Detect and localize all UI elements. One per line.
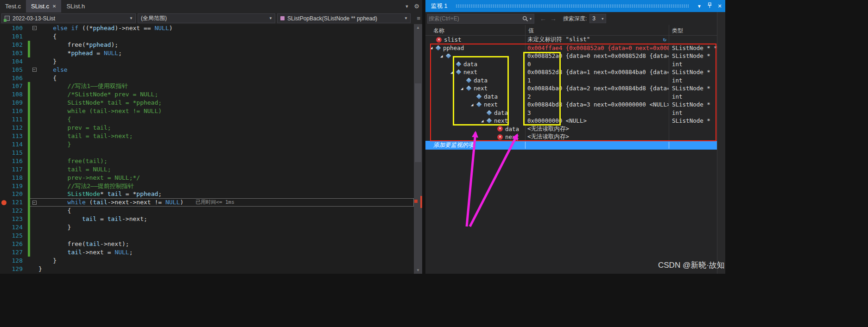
watch-row[interactable]: data2int	[425, 93, 717, 101]
code-line[interactable]: 128}	[0, 257, 414, 265]
code-line[interactable]: 120SListNode* tail = *pphead;	[0, 190, 414, 198]
code-line[interactable]: 118prev->next = NULL;*/	[0, 174, 414, 182]
line-number[interactable]: 119	[0, 182, 28, 190]
code-line[interactable]: 121−while (tail->next->next != NULL)已用时间…	[0, 198, 414, 207]
line-number[interactable]: 114	[0, 140, 28, 149]
open-files-dropdown-icon[interactable]: ▼	[405, 4, 409, 9]
tab-test-c[interactable]: Test.c	[0, 0, 26, 13]
back-arrow-icon[interactable]: ←	[540, 15, 546, 22]
line-number[interactable]: 110	[0, 107, 28, 115]
code-area[interactable]: 100−else if ((*pphead)->next == NULL)101…	[0, 24, 414, 274]
watch-row[interactable]: data0int	[425, 60, 717, 69]
line-number[interactable]: 120	[0, 190, 28, 198]
window-position-icon[interactable]: ▼	[695, 4, 704, 9]
fold-margin[interactable]: −	[30, 24, 38, 32]
line-number[interactable]: 123	[0, 215, 28, 223]
line-number[interactable]: 125	[0, 232, 28, 240]
line-number[interactable]: 129	[0, 265, 28, 273]
watch-titlebar[interactable]: 监视 1 ▼ ✕	[425, 0, 725, 12]
watch-row[interactable]: ◢next0x00884bd8 {data=3 next=0x00000000 …	[425, 101, 717, 109]
line-number[interactable]: 112	[0, 124, 28, 132]
line-number[interactable]: 116	[0, 157, 28, 165]
fold-margin[interactable]: −	[30, 66, 38, 74]
forward-arrow-icon[interactable]: →	[550, 15, 557, 22]
watch-row[interactable]: ✕slist未定义标识符 "slist"↻	[425, 36, 717, 44]
code-line[interactable]: 112prev = tail;	[0, 124, 414, 132]
scroll-down-icon[interactable]: ▼	[414, 268, 422, 272]
tab-slist-h[interactable]: SList.h	[61, 0, 90, 13]
code-line[interactable]: 129}	[0, 265, 414, 273]
line-number[interactable]: 107	[0, 82, 28, 90]
close-icon[interactable]: ✕	[715, 3, 724, 9]
watch-row[interactable]: ✕data<无法读取内存>	[425, 125, 717, 133]
code-line[interactable]: 122{	[0, 207, 414, 215]
line-number[interactable]: 103	[0, 49, 28, 57]
code-line[interactable]: 125	[0, 232, 414, 240]
watch-row[interactable]: ◢next0x00884ba0 {data=2 next=0x00884bd8 …	[425, 84, 717, 93]
code-line[interactable]: 111{	[0, 115, 414, 124]
line-number[interactable]: 106	[0, 74, 28, 82]
line-number[interactable]: 105	[0, 66, 28, 74]
fold-collapse-icon[interactable]: −	[32, 68, 37, 72]
scrollbar-thumb[interactable]	[415, 83, 421, 162]
refresh-icon[interactable]: ↻	[663, 36, 666, 43]
code-line[interactable]: 104}	[0, 57, 414, 66]
code-line[interactable]: 102free(*pphead);	[0, 41, 414, 49]
project-dropdown[interactable]: 2022-03-13-SList ▼	[1, 13, 136, 23]
watch-add-row[interactable]: 添加要监视的项	[425, 141, 717, 150]
line-number[interactable]: 111	[0, 115, 28, 124]
watch-scrollbar[interactable]	[717, 12, 725, 274]
line-number[interactable]: 128	[0, 257, 28, 265]
line-number[interactable]: 108	[0, 90, 28, 99]
search-icons[interactable]: ▾	[522, 16, 532, 22]
line-number[interactable]: 102	[0, 41, 28, 49]
line-number[interactable]: 101	[0, 32, 28, 41]
code-line[interactable]: 124}	[0, 223, 414, 232]
fold-collapse-icon[interactable]: −	[32, 201, 37, 205]
fold-collapse-icon[interactable]: −	[32, 26, 37, 30]
code-line[interactable]: 100−else if ((*pphead)->next == NULL)	[0, 24, 414, 32]
watch-row[interactable]: data3int	[425, 109, 717, 117]
line-number[interactable]: 100	[0, 24, 28, 32]
code-line[interactable]: 108/*SListNode* prev = NULL;	[0, 90, 414, 99]
fold-margin[interactable]: −	[30, 198, 38, 207]
drag-grip[interactable]	[456, 4, 689, 8]
watch-row[interactable]: ◢0x008852a0 {data=0 next=0x008852d8 {dat…	[425, 52, 717, 60]
watch-row[interactable]: ◢next0x00000000 <NULL>SListNode *	[425, 117, 717, 125]
watch-row[interactable]: ✕next<无法读取内存>	[425, 133, 717, 141]
search-depth-dropdown[interactable]: 3 ▾	[589, 14, 606, 23]
watch-row[interactable]: ◢pphead0x004ffae4 {0x008852a0 {data=0 ne…	[425, 44, 717, 52]
search-input[interactable]	[429, 15, 522, 22]
close-icon[interactable]: ✕	[52, 4, 56, 9]
line-number[interactable]: 122	[0, 207, 28, 215]
column-header-value[interactable]: 值	[528, 27, 534, 35]
scroll-up-icon[interactable]: ▲	[414, 25, 422, 30]
code-line[interactable]: 105−else	[0, 66, 414, 74]
code-line[interactable]: 116free(tail);	[0, 157, 414, 165]
search-box[interactable]: ▾	[427, 14, 534, 24]
code-line[interactable]: 110while (tail->next != NULL)	[0, 107, 414, 115]
code-line[interactable]: 127tail->next = NULL;	[0, 248, 414, 257]
code-line[interactable]: 109SListNode* tail = *pphead;	[0, 99, 414, 107]
editor-scrollbar[interactable]: ▲ ▼	[414, 24, 422, 274]
code-line[interactable]: 114}	[0, 140, 414, 149]
code-line[interactable]: 107//写法1——使用双指针	[0, 82, 414, 90]
line-number[interactable]: 124	[0, 223, 28, 232]
line-number[interactable]: 104	[0, 57, 28, 66]
chevron-down-icon[interactable]: ▾	[530, 17, 532, 21]
gear-icon[interactable]: ⚙	[414, 3, 419, 10]
column-header-name[interactable]: 名称	[433, 27, 444, 35]
line-number[interactable]: 126	[0, 240, 28, 248]
breakpoint-icon[interactable]	[1, 200, 6, 205]
code-line[interactable]: 119//写法2——提前控制指针	[0, 182, 414, 190]
pin-icon[interactable]	[705, 2, 714, 10]
line-number[interactable]: 109	[0, 99, 28, 107]
code-line[interactable]: 101{	[0, 32, 414, 41]
code-editor[interactable]: 100−else if ((*pphead)->next == NULL)101…	[0, 24, 422, 274]
line-number[interactable]: 118	[0, 174, 28, 182]
watch-row[interactable]: ◢next0x008852d8 {data=1 next=0x00884ba0 …	[425, 68, 717, 76]
line-number[interactable]: 127	[0, 248, 28, 257]
tab-slist-c[interactable]: SList.c✕	[26, 0, 61, 13]
navbar-overflow-icon[interactable]: ≡	[417, 15, 420, 22]
watch-row[interactable]: data1int	[425, 76, 717, 85]
